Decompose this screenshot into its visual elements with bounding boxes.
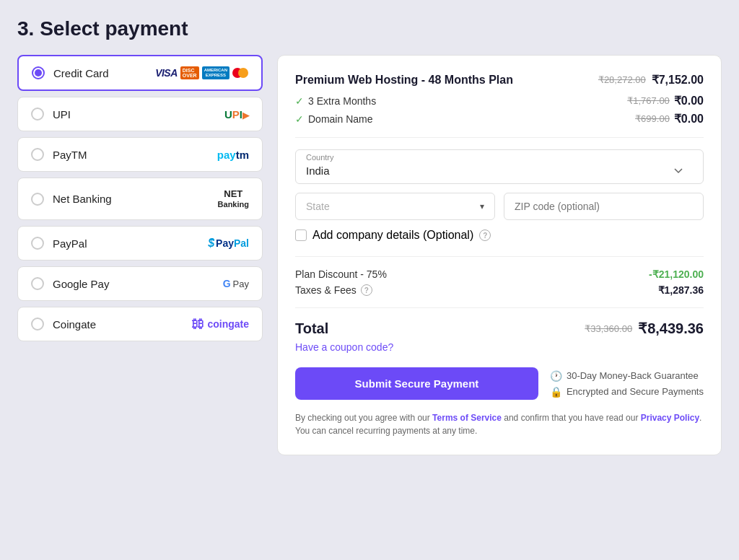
- lock-icon: 🔒: [550, 386, 562, 398]
- plan-name: Premium Web Hosting - 48 Months Plan: [295, 74, 513, 87]
- net-banking-label: Net Banking: [53, 193, 112, 205]
- plan-price-old: ₹28,272.00: [598, 74, 646, 85]
- paypal-label: PayPal: [53, 237, 87, 250]
- action-row: Submit Secure Payment 🕐 30-Day Money-Bac…: [295, 367, 704, 400]
- payment-method-credit-card[interactable]: Credit Card VISA DISCOVER AMERICANEXPRES…: [17, 55, 263, 91]
- radio-coingate: [31, 318, 44, 331]
- discount-value: -₹21,120.00: [649, 268, 704, 280]
- paytm-label: PayTM: [53, 149, 87, 161]
- chevron-down-icon: ▾: [480, 201, 484, 211]
- upi-logo: UPI▶: [224, 108, 249, 121]
- payment-method-paypal[interactable]: PayPal $ PayPal: [17, 226, 263, 261]
- coingate-logo: ₿₿ coingate: [192, 318, 249, 331]
- company-label: Add company details (Optional): [312, 229, 473, 242]
- zip-input[interactable]: [504, 193, 704, 220]
- radio-google-pay: [31, 277, 44, 290]
- submit-payment-button[interactable]: Submit Secure Payment: [295, 367, 538, 400]
- coupon-code-link[interactable]: Have a coupon code?: [295, 341, 704, 353]
- radio-upi: [31, 108, 44, 121]
- payment-method-coingate[interactable]: Coingate ₿₿ coingate: [17, 307, 263, 341]
- radio-paytm: [31, 148, 44, 161]
- bonus-domain-prices: ₹699.00 ₹0.00: [635, 112, 704, 126]
- company-checkbox[interactable]: [295, 229, 307, 241]
- tax-help-icon[interactable]: ?: [361, 284, 372, 296]
- country-select[interactable]: India United States United Kingdom: [306, 165, 693, 177]
- radio-net-banking: [31, 193, 44, 206]
- company-row: Add company details (Optional) ?: [295, 229, 704, 242]
- bonus-domain-label: Domain Name: [308, 113, 372, 125]
- country-wrapper: Country India United States United Kingd…: [295, 149, 704, 184]
- plan-price-group: ₹28,272.00 ₹7,152.00: [598, 73, 704, 87]
- divider-2: [295, 256, 704, 257]
- trust-badges: 🕐 30-Day Money-Back Guarantee 🔒 Encrypte…: [550, 370, 704, 398]
- total-label: Total: [295, 320, 328, 337]
- country-section: Country India United States United Kingd…: [295, 149, 704, 184]
- gpay-logo: G Pay: [223, 278, 249, 289]
- bonus-months-label: 3 Extra Months: [308, 95, 376, 107]
- paytm-logo: paytm: [217, 149, 249, 161]
- country-label: Country: [306, 153, 693, 162]
- check-icon-months: ✓: [295, 95, 304, 107]
- radio-credit-card: [32, 66, 45, 79]
- order-summary: Premium Web Hosting - 48 Months Plan ₹28…: [277, 55, 722, 455]
- radio-paypal: [31, 237, 44, 250]
- discount-row: Plan Discount - 75% -₹21,120.00: [295, 268, 704, 280]
- bonus-domain-row: ✓ Domain Name ₹699.00 ₹0.00: [295, 112, 704, 126]
- bonus-months-prices: ₹1,767.00 ₹0.00: [627, 94, 704, 108]
- terms-text: By checking out you agree with our Terms…: [295, 411, 704, 437]
- mastercard-logo: [232, 68, 248, 78]
- total-price-old: ₹33,360.00: [585, 323, 632, 334]
- payment-method-net-banking[interactable]: Net Banking NET Banking: [17, 178, 263, 220]
- help-icon[interactable]: ?: [479, 229, 491, 241]
- page-title: 3. Select payment: [17, 17, 722, 40]
- upi-label: UPI: [53, 108, 71, 121]
- trust-secure-text: Encrypted and Secure Payments: [567, 386, 704, 397]
- coingate-label: Coingate: [53, 318, 96, 331]
- trust-item-money-back: 🕐 30-Day Money-Back Guarantee: [550, 370, 704, 382]
- payment-method-google-pay[interactable]: Google Pay G Pay: [17, 266, 263, 301]
- divider-1: [295, 137, 704, 138]
- credit-card-label: Credit Card: [53, 67, 109, 79]
- bonus-domain-old: ₹699.00: [635, 113, 670, 124]
- bonus-months-old: ₹1,767.00: [627, 95, 670, 106]
- tax-value: ₹1,287.36: [658, 284, 704, 296]
- tax-label-text: Taxes & Fees: [295, 284, 357, 296]
- check-icon-domain: ✓: [295, 113, 304, 125]
- discount-label: Plan Discount - 75%: [295, 268, 387, 280]
- payment-method-upi[interactable]: UPI UPI▶: [17, 97, 263, 131]
- privacy-policy-link[interactable]: Privacy Policy: [641, 413, 699, 423]
- plan-price-new: ₹7,152.00: [652, 73, 704, 87]
- total-prices: ₹33,360.00 ₹8,439.36: [585, 320, 704, 337]
- paypal-logo: $ PayPal: [208, 237, 249, 250]
- state-select-wrapper[interactable]: State ▾: [295, 193, 495, 220]
- tax-row: Taxes & Fees ? ₹1,287.36: [295, 284, 704, 296]
- total-price-new: ₹8,439.36: [638, 320, 704, 337]
- state-placeholder: State: [306, 201, 330, 212]
- net-banking-logo: NET Banking: [218, 188, 249, 209]
- total-row: Total ₹33,360.00 ₹8,439.36: [295, 320, 704, 337]
- state-zip-row: State ▾: [295, 193, 704, 220]
- terms-of-service-link[interactable]: Terms of Service: [432, 413, 502, 423]
- payment-method-paytm[interactable]: PayTM paytm: [17, 137, 263, 172]
- bonus-domain-new: ₹0.00: [674, 112, 704, 126]
- trust-money-back-text: 30-Day Money-Back Guarantee: [567, 370, 699, 381]
- trust-item-secure: 🔒 Encrypted and Secure Payments: [550, 386, 704, 398]
- bonus-months-new: ₹0.00: [674, 94, 704, 108]
- plan-row: Premium Web Hosting - 48 Months Plan ₹28…: [295, 73, 704, 87]
- google-pay-label: Google Pay: [53, 278, 109, 290]
- card-logos: VISA DISCOVER AMERICANEXPRESS: [155, 66, 248, 79]
- payment-methods-list: Credit Card VISA DISCOVER AMERICANEXPRES…: [17, 55, 263, 341]
- clock-icon: 🕐: [550, 370, 562, 382]
- bonus-months-row: ✓ 3 Extra Months ₹1,767.00 ₹0.00: [295, 94, 704, 108]
- divider-3: [295, 307, 704, 308]
- amex-logo: AMERICANEXPRESS: [202, 66, 229, 79]
- discover-logo: DISCOVER: [180, 66, 199, 79]
- visa-logo: VISA: [155, 67, 178, 79]
